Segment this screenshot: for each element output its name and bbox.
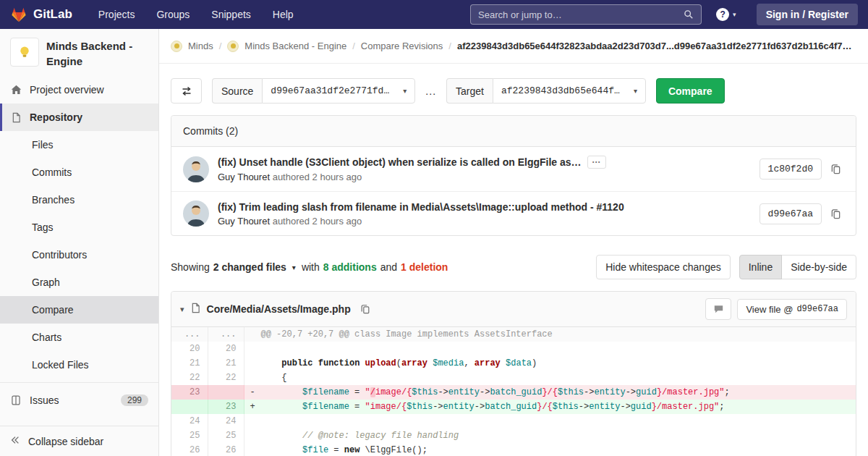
commits-panel: Commits (2) (fix) Unset handle (S3Client… xyxy=(171,115,856,236)
commit-sha[interactable]: d99e67aa xyxy=(760,203,822,224)
diff-sign xyxy=(250,371,261,385)
collapse-diff-icon[interactable]: ▾ xyxy=(180,305,184,314)
source-revision-value: d99e67aa31df2e2771fd… xyxy=(271,85,389,96)
side-by-side-view-button[interactable]: Side-by-side xyxy=(781,255,856,279)
author-avatar[interactable] xyxy=(183,200,209,227)
compare-button[interactable]: Compare xyxy=(656,78,725,104)
chevron-down-icon: ▾ xyxy=(733,11,736,18)
sidebar-item-branches[interactable]: Branches xyxy=(0,186,158,214)
view-file-button[interactable]: View file @ d99e67aa xyxy=(737,299,847,320)
old-line-number[interactable]: 21 xyxy=(171,356,208,371)
gitlab-logo[interactable]: GitLab xyxy=(10,7,72,23)
sidebar-item-issues[interactable]: Issues 299 xyxy=(0,387,158,414)
copy-sha-button[interactable] xyxy=(827,206,844,222)
chevron-down-icon: ▾ xyxy=(403,87,407,95)
sidebar-item-contributors[interactable]: Contributors xyxy=(0,241,158,269)
new-line-number[interactable] xyxy=(208,385,244,400)
swap-revisions-button[interactable] xyxy=(171,78,202,104)
commit-title[interactable]: (fix) Unset handle (S3Client object) whe… xyxy=(218,156,582,168)
old-line-number[interactable]: 25 xyxy=(171,428,208,443)
new-line-number[interactable]: 23 xyxy=(208,400,244,414)
breadcrumb-project[interactable]: Minds Backend - Engine xyxy=(244,41,346,51)
changed-files-dropdown[interactable]: 2 changed files xyxy=(213,261,286,273)
sidebar-item-compare[interactable]: Compare xyxy=(0,296,158,324)
sidebar-item-locked-files[interactable]: Locked Files xyxy=(0,351,158,379)
main-content: Minds / Minds Backend - Engine / Compare… xyxy=(159,29,868,456)
line-content: public function upload(array $media, arr… xyxy=(244,356,856,371)
project-title: Minds Backend - Engine xyxy=(46,38,148,69)
inline-view-button[interactable]: Inline xyxy=(739,255,782,279)
swap-icon xyxy=(181,85,192,97)
copy-icon xyxy=(830,164,841,174)
commit-title[interactable]: (fix) Trim leading slash from filename i… xyxy=(218,201,624,213)
old-line-number[interactable] xyxy=(171,400,208,414)
old-line-number[interactable]: 24 xyxy=(171,414,208,428)
copy-sha-button[interactable] xyxy=(827,161,844,177)
breadcrumb-compare-revisions[interactable]: Compare Revisions xyxy=(361,41,443,51)
collapse-icon xyxy=(10,435,20,447)
sidebar-item-charts[interactable]: Charts xyxy=(0,324,158,351)
range-separator: ... xyxy=(425,85,436,97)
question-circle-icon: ? xyxy=(716,8,729,21)
hide-whitespace-button[interactable]: Hide whitespace changes xyxy=(596,255,731,279)
new-line-number[interactable]: ... xyxy=(208,327,244,342)
commit-options-button[interactable]: ··· xyxy=(587,156,606,169)
breadcrumb-separator: / xyxy=(448,41,451,51)
new-line-number[interactable]: 20 xyxy=(208,342,244,356)
commit-sha[interactable]: 1c80f2d0 xyxy=(760,159,822,180)
sidebar-item-label: Project overview xyxy=(30,84,104,96)
commit-author[interactable]: Guy Thouret xyxy=(218,216,270,227)
new-line-number[interactable]: 22 xyxy=(208,371,244,385)
diff-sign xyxy=(250,443,261,456)
toggle-comments-button[interactable] xyxy=(705,298,731,320)
copy-file-path-button[interactable] xyxy=(357,301,373,317)
sidebar-item-repository[interactable]: Repository xyxy=(0,104,158,131)
lightbulb-icon xyxy=(17,44,33,60)
line-content xyxy=(244,342,856,356)
commit-row: (fix) Trim leading slash from filename i… xyxy=(171,191,856,235)
nav-snippets[interactable]: Snippets xyxy=(201,4,260,25)
search-input[interactable] xyxy=(478,9,684,20)
old-line-number[interactable]: 23 xyxy=(171,385,208,400)
breadcrumb: Minds / Minds Backend - Engine / Compare… xyxy=(159,29,868,64)
diff-view-toggle: Inline Side-by-side xyxy=(739,255,856,279)
sidebar-item-files[interactable]: Files xyxy=(0,131,158,159)
sidebar-item-graph[interactable]: Graph xyxy=(0,269,158,296)
search-box[interactable] xyxy=(470,4,702,25)
old-line-number[interactable]: ... xyxy=(171,327,208,342)
sidebar-nav: Project overview Repository Files Commit… xyxy=(0,76,158,426)
chevron-down-icon[interactable]: ▾ xyxy=(292,263,296,271)
new-line-number[interactable]: 25 xyxy=(208,428,244,443)
commit-author[interactable]: Guy Thouret xyxy=(218,172,270,182)
project-context[interactable]: Minds Backend - Engine xyxy=(0,29,158,76)
sidebar-item-label: Issues xyxy=(30,394,59,406)
nav-groups[interactable]: Groups xyxy=(146,4,200,25)
target-label: Target xyxy=(446,78,493,104)
target-revision-dropdown[interactable]: af2239843d3db65e644f… ▾ xyxy=(493,78,646,104)
nav-projects[interactable]: Projects xyxy=(88,4,145,25)
old-line-number[interactable]: 20 xyxy=(171,342,208,356)
new-line-number[interactable]: 21 xyxy=(208,356,244,371)
commit-main: (fix) Trim leading slash from filename i… xyxy=(218,201,751,227)
nav-help[interactable]: Help xyxy=(263,4,304,25)
copy-icon xyxy=(360,304,370,314)
avatar-photo xyxy=(183,156,209,182)
sidebar-item-commits[interactable]: Commits xyxy=(0,159,158,186)
line-content: $file = new \ElggFile(); xyxy=(244,443,856,456)
diff-sign: - xyxy=(250,385,261,400)
help-dropdown[interactable]: ? ▾ xyxy=(716,8,736,21)
sidebar-item-project-overview[interactable]: Project overview xyxy=(0,76,158,104)
commit-meta: Guy Thouret authored 2 hours ago xyxy=(218,172,751,182)
breadcrumb-group[interactable]: Minds xyxy=(188,41,213,51)
sign-in-button[interactable]: Sign in / Register xyxy=(757,4,858,25)
sidebar-item-tags[interactable]: Tags xyxy=(0,214,158,241)
file-path[interactable]: Core/Media/Assets/Image.php xyxy=(207,303,351,315)
collapse-sidebar-button[interactable]: Collapse sidebar xyxy=(0,426,158,456)
old-line-number[interactable]: 26 xyxy=(171,443,208,456)
new-line-number[interactable]: 24 xyxy=(208,414,244,428)
view-file-label: View file @ xyxy=(746,304,793,315)
old-line-number[interactable]: 22 xyxy=(171,371,208,385)
author-avatar[interactable] xyxy=(183,156,209,182)
new-line-number[interactable]: 26 xyxy=(208,443,244,456)
source-revision-dropdown[interactable]: d99e67aa31df2e2771fd… ▾ xyxy=(262,78,415,104)
